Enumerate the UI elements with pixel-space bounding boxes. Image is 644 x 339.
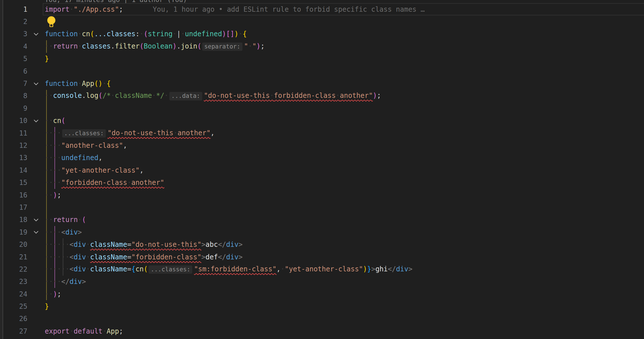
code-line-content[interactable]: ··return·(: [45, 216, 86, 224]
code-line-content[interactable]: }: [45, 302, 49, 310]
fold-chevron-icon[interactable]: [27, 229, 45, 235]
code-token: filter: [115, 42, 140, 50]
code-line-1[interactable]: 1import·"./App.css";You, 1 hour ago • ad…: [0, 3, 644, 15]
code-token: cn: [135, 265, 144, 273]
line-number[interactable]: 19: [0, 228, 27, 236]
code-token: App: [107, 327, 119, 335]
line-number[interactable]: 15: [0, 179, 27, 187]
code-line-13[interactable]: 13····undefined,: [0, 152, 644, 164]
line-number[interactable]: 6: [0, 67, 27, 75]
line-number[interactable]: 25: [0, 302, 27, 310]
code-line-4[interactable]: 4··return·classes.filter(Boolean).join(s…: [0, 40, 644, 53]
gutter: 6: [0, 65, 45, 77]
code-line-11[interactable]: 11····...classes:"do-not-use-this·anothe…: [0, 127, 644, 139]
line-number[interactable]: 27: [0, 327, 27, 335]
code-line-12[interactable]: 12····"another-class",: [0, 139, 644, 152]
code-line-16[interactable]: 16··);: [0, 189, 644, 201]
code-line-7[interactable]: 7function·App()·{: [0, 77, 644, 90]
code-line-25[interactable]: 25}: [0, 300, 644, 312]
code-line-content[interactable]: ··console.log(/*·className·*/·...data:"d…: [45, 92, 381, 100]
line-number[interactable]: 5: [0, 55, 27, 63]
line-number[interactable]: 23: [0, 278, 27, 286]
code-line-19[interactable]: 19····<div>: [0, 226, 644, 238]
code-line-15[interactable]: 15····"forbidden-class·another": [0, 176, 644, 189]
code-line-24[interactable]: 24··);: [0, 288, 644, 300]
line-number[interactable]: 24: [0, 290, 27, 298]
line-number[interactable]: 12: [0, 142, 27, 150]
line-number[interactable]: 14: [0, 166, 27, 174]
code-line-content[interactable]: ····"another-class",: [45, 142, 127, 150]
code-line-2[interactable]: 2: [0, 15, 644, 28]
code-line-content[interactable]: ····<div>: [45, 228, 82, 236]
code-line-content[interactable]: ······<div·className={cn(...classes:"sm:…: [45, 265, 412, 274]
code-line-5[interactable]: 5}: [0, 53, 644, 65]
line-number[interactable]: 7: [0, 80, 27, 88]
line-number[interactable]: 8: [0, 92, 27, 100]
code-line-9[interactable]: 9: [0, 102, 644, 114]
line-number[interactable]: 4: [0, 43, 27, 51]
code-token: ·: [173, 30, 177, 38]
code-line-content[interactable]: export·default·App;: [45, 327, 123, 335]
code-line-22[interactable]: 22······<div·className={cn(...classes:"s…: [0, 263, 644, 275]
code-token: ······: [45, 265, 70, 273]
code-line-6[interactable]: 6: [0, 65, 644, 77]
code-line-content[interactable]: ····...classes:"do-not-use-this·another"…: [45, 129, 215, 138]
code-line-26[interactable]: 26: [0, 313, 644, 325]
code-line-content[interactable]: ····undefined,: [45, 154, 102, 162]
code-line-20[interactable]: 20······<div·className="do-not-use-this"…: [0, 238, 644, 251]
line-number[interactable]: 16: [0, 191, 27, 199]
gutter: 12: [0, 139, 45, 152]
code-line-content[interactable]: ····</div>: [45, 278, 86, 286]
code-line-content[interactable]: function·App()·{: [45, 80, 111, 88]
line-number[interactable]: 9: [0, 104, 27, 112]
line-number[interactable]: 22: [0, 265, 27, 273]
line-number[interactable]: 3: [0, 30, 27, 38]
line-number[interactable]: 20: [0, 241, 27, 249]
code-line-content[interactable]: ······<div·className="do-not-use-this">a…: [45, 241, 243, 249]
code-token: ··: [45, 42, 53, 50]
code-token: }: [45, 55, 49, 63]
code-token: ;: [57, 290, 61, 298]
code-line-3[interactable]: 3function·cn(...classes:·(string·|·undef…: [0, 28, 644, 40]
lightbulb-icon[interactable]: [46, 16, 56, 27]
inline-blame: You, 1 hour ago • add ESLint rule to for…: [153, 5, 425, 13]
code-line-27[interactable]: 27export·default·App;: [0, 325, 644, 337]
code-token: div: [74, 253, 86, 261]
code-line-content[interactable]: ······<div·className="forbidden-class">d…: [45, 253, 243, 261]
line-number[interactable]: 1: [0, 5, 27, 13]
code-line-content[interactable]: ····"yet-another-class",: [45, 166, 144, 174]
code-line-content[interactable]: function·cn(...classes:·(string·|·undefi…: [45, 30, 247, 38]
code-line-8[interactable]: 8··console.log(/*·className·*/·...data:"…: [0, 90, 644, 102]
line-number[interactable]: 11: [0, 129, 27, 137]
line-number[interactable]: 17: [0, 203, 27, 211]
code-line-21[interactable]: 21······<div·className="forbidden-class"…: [0, 251, 644, 263]
code-line-content[interactable]: ··cn(: [45, 117, 65, 125]
fold-chevron-icon[interactable]: [27, 217, 45, 223]
fold-chevron-icon[interactable]: [27, 80, 45, 87]
line-number[interactable]: 21: [0, 253, 27, 261]
code-line-18[interactable]: 18··return·(: [0, 214, 644, 226]
code-line-17[interactable]: 17: [0, 201, 644, 213]
gutter: 27: [0, 325, 45, 337]
fold-chevron-icon[interactable]: [27, 118, 45, 124]
code-token: ;: [260, 42, 264, 50]
code-line-content[interactable]: ····"forbidden-class·another": [45, 179, 164, 187]
code-line-content[interactable]: ··);: [45, 290, 61, 298]
line-number[interactable]: 26: [0, 315, 27, 323]
line-number[interactable]: 10: [0, 117, 27, 125]
fold-chevron-icon[interactable]: [27, 31, 45, 37]
line-number[interactable]: 2: [0, 18, 27, 26]
code-token: ·: [152, 92, 156, 100]
code-line-14[interactable]: 14····"yet-another-class",: [0, 164, 644, 176]
code-line-10[interactable]: 10··cn(: [0, 115, 644, 127]
code-line-content[interactable]: }: [45, 55, 49, 63]
code-line-content[interactable]: [45, 16, 56, 27]
code-line-content[interactable]: ··return·classes.filter(Boolean).join(se…: [45, 42, 265, 51]
code-line-content[interactable]: import·"./App.css";You, 1 hour ago • add…: [45, 5, 425, 13]
code-line-23[interactable]: 23····</div>: [0, 276, 644, 288]
line-number[interactable]: 18: [0, 216, 27, 224]
code-token: ": [252, 42, 256, 50]
line-number[interactable]: 13: [0, 154, 27, 162]
gutter: 8: [0, 90, 45, 102]
code-line-content[interactable]: ··);: [45, 191, 61, 199]
